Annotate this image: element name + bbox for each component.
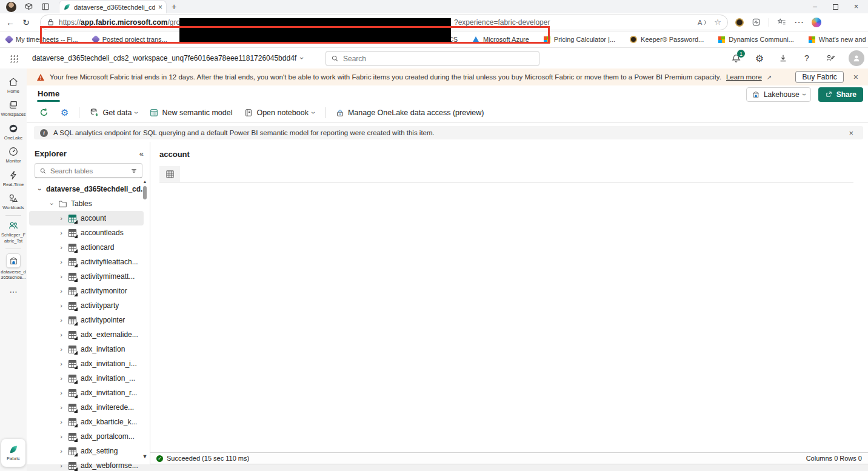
manage-onelake-access-button[interactable]: Manage OneLake data access (preview) bbox=[332, 106, 488, 119]
item-type-dropdown[interactable]: Lakehouse › bbox=[746, 87, 811, 102]
tree-table-row[interactable]: ›activitymimeatt... bbox=[29, 269, 144, 284]
buy-fabric-button[interactable]: Buy Fabric bbox=[795, 71, 843, 83]
tree-table-row[interactable]: ›adx_portalcom... bbox=[29, 429, 144, 444]
bookmark-item[interactable]: Posted project trans... bbox=[93, 36, 167, 43]
help-icon[interactable]: ? bbox=[801, 53, 812, 64]
global-search-box[interactable] bbox=[326, 51, 539, 66]
tree-table-row[interactable]: ›accountleads bbox=[29, 225, 144, 240]
browser-tab[interactable]: dataverse_d365techdeli_cds2_wor × bbox=[59, 0, 167, 13]
share-button[interactable]: Share bbox=[818, 87, 863, 102]
info-close-icon[interactable]: × bbox=[844, 129, 858, 138]
tree-table-row[interactable]: ›activityfileattach... bbox=[29, 255, 144, 269]
browser-profile-avatar[interactable] bbox=[6, 2, 16, 12]
tree-table-row[interactable]: ›adx_webformse... bbox=[29, 458, 144, 471]
rail-item-workloads[interactable]: Workloads bbox=[0, 190, 27, 213]
bookmark-item[interactable]: Pricing Calculator |... bbox=[544, 36, 615, 43]
back-icon[interactable]: ← bbox=[2, 18, 18, 27]
rail-item-real-time[interactable]: Real-Time bbox=[0, 167, 27, 190]
settings-icon[interactable]: ⚙ bbox=[56, 105, 73, 121]
refresh-page-icon[interactable]: ↻ bbox=[18, 18, 34, 27]
notifications-icon[interactable]: 1 bbox=[730, 53, 741, 64]
keeper-extension-icon[interactable] bbox=[735, 18, 744, 27]
tree-table-row[interactable]: ›activitymonitor bbox=[29, 284, 144, 298]
chevron-right-icon[interactable]: › bbox=[58, 418, 64, 426]
filter-icon[interactable] bbox=[130, 167, 138, 175]
tree-table-row[interactable]: ›adx_externalide... bbox=[29, 327, 144, 342]
tree-table-row[interactable]: ›adx_invitation bbox=[29, 342, 144, 356]
explorer-scrollbar[interactable]: ▲ ▼ bbox=[142, 179, 148, 459]
new-semantic-model-button[interactable]: New semantic model bbox=[145, 106, 236, 119]
banner-close-icon[interactable]: × bbox=[849, 72, 863, 82]
workspace-title-button[interactable]: dataverse_d365techdeli_cds2_workspace_un… bbox=[32, 54, 303, 62]
tree-table-row[interactable]: ›adx_inviterede... bbox=[29, 400, 144, 415]
favorite-star-icon[interactable]: ☆ bbox=[714, 18, 721, 27]
table-search-box[interactable] bbox=[35, 163, 142, 178]
chevron-right-icon[interactable]: › bbox=[58, 302, 64, 309]
tab-close-icon[interactable]: × bbox=[158, 3, 162, 12]
get-data-button[interactable]: Get data › bbox=[85, 105, 142, 119]
tab-home[interactable]: Home bbox=[34, 87, 63, 102]
rail-item-schlieper-fabric-tst[interactable]: Schlieper_Fabric_Tst bbox=[0, 218, 27, 247]
table-search-input[interactable] bbox=[50, 167, 127, 175]
favorites-hub-icon[interactable] bbox=[777, 18, 786, 27]
copilot-icon[interactable] bbox=[812, 18, 821, 27]
chevron-right-icon[interactable]: › bbox=[58, 244, 64, 251]
chevron-right-icon[interactable]: › bbox=[58, 316, 64, 324]
tree-tables-folder[interactable]: › Tables bbox=[29, 196, 144, 211]
scroll-up-icon[interactable]: ▲ bbox=[143, 179, 147, 184]
new-tab-button[interactable]: + bbox=[172, 2, 176, 12]
tree-table-row[interactable]: ›actioncard bbox=[29, 240, 144, 255]
tree-table-row[interactable]: ›activitypointer bbox=[29, 313, 144, 327]
rail-item-home[interactable]: Home bbox=[0, 74, 27, 97]
rail-item-onelake[interactable]: OneLake bbox=[0, 121, 27, 144]
chevron-right-icon[interactable]: › bbox=[58, 462, 64, 469]
account-avatar[interactable] bbox=[849, 50, 864, 66]
tree-root-node[interactable]: › dataverse_d365techdeli_cd... bbox=[29, 182, 144, 196]
read-aloud-icon[interactable]: A bbox=[698, 19, 706, 26]
window-minimize-icon[interactable]: – bbox=[813, 2, 817, 11]
bookmark-item[interactable]: My timesheets -- Fi... bbox=[6, 36, 78, 43]
refresh-icon[interactable] bbox=[35, 105, 53, 119]
tree-table-row[interactable]: ›adx_setting bbox=[29, 444, 144, 458]
window-maximize-icon[interactable] bbox=[833, 4, 838, 10]
browser-essentials-icon[interactable] bbox=[752, 18, 761, 27]
learn-more-link[interactable]: Learn more bbox=[726, 73, 762, 81]
chevron-right-icon[interactable]: › bbox=[58, 375, 64, 382]
rail-item-monitor[interactable]: Monitor bbox=[0, 144, 27, 167]
rail-item-dataverse-d365techde[interactable]: dataverse_d365techde... bbox=[0, 251, 27, 284]
more-menu-icon[interactable]: ⋯ bbox=[794, 16, 804, 28]
chevron-right-icon[interactable]: › bbox=[58, 331, 64, 338]
bookmark-item[interactable]: Microsoft Azure bbox=[472, 36, 529, 43]
settings-gear-icon[interactable]: ⚙ bbox=[754, 53, 765, 64]
chevron-right-icon[interactable]: › bbox=[58, 389, 64, 396]
open-notebook-button[interactable]: Open notebook › bbox=[240, 106, 319, 119]
feedback-icon[interactable] bbox=[825, 53, 836, 64]
downloads-icon[interactable] bbox=[778, 53, 789, 64]
bookmark-item[interactable]: What's new and pla... bbox=[809, 36, 868, 43]
tree-table-row[interactable]: ›activityparty bbox=[29, 298, 144, 313]
app-launcher-icon[interactable] bbox=[9, 54, 18, 62]
chevron-right-icon[interactable]: › bbox=[58, 447, 64, 455]
chevron-right-icon[interactable]: › bbox=[58, 287, 64, 295]
bookmark-item[interactable]: Dynamics Communi... bbox=[718, 36, 794, 43]
browser-workspaces-icon[interactable] bbox=[24, 2, 33, 12]
tree-table-row[interactable]: ›adx_invitation_i... bbox=[29, 356, 144, 371]
chevron-right-icon[interactable]: › bbox=[58, 273, 64, 280]
window-close-icon[interactable]: × bbox=[854, 2, 858, 11]
rail-item-workspaces[interactable]: Workspaces bbox=[0, 97, 27, 120]
rail-more-button[interactable]: ⋯ bbox=[10, 284, 18, 300]
bookmark-item[interactable]: Keeper® Password... bbox=[630, 36, 704, 43]
global-search-input[interactable] bbox=[343, 55, 534, 63]
tree-table-row[interactable]: ›adx_invitation_... bbox=[29, 371, 144, 386]
chevron-right-icon[interactable]: › bbox=[58, 404, 64, 411]
chevron-right-icon[interactable]: › bbox=[58, 360, 64, 367]
collapse-panel-icon[interactable]: « bbox=[139, 149, 144, 158]
chevron-right-icon[interactable]: › bbox=[58, 258, 64, 266]
tree-table-row[interactable]: ›adx_kbarticle_k... bbox=[29, 415, 144, 429]
tree-table-row[interactable]: ›adx_invitation_r... bbox=[29, 386, 144, 400]
scrollbar-thumb[interactable] bbox=[143, 186, 147, 199]
table-view-tab[interactable] bbox=[159, 166, 180, 182]
tab-actions-icon[interactable] bbox=[41, 2, 50, 12]
chevron-right-icon[interactable]: › bbox=[58, 433, 64, 440]
scroll-down-icon[interactable]: ▼ bbox=[142, 453, 148, 459]
